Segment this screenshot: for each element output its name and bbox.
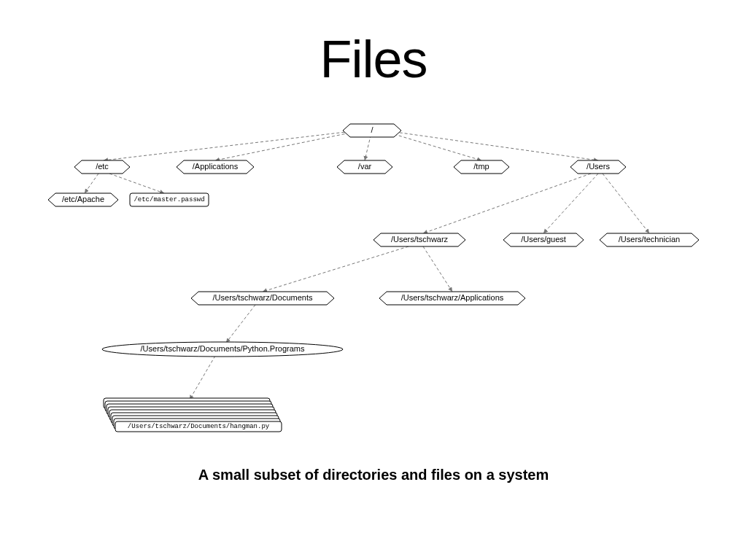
node-tmp: /tmp: [454, 160, 509, 174]
node-users-tschwarz-documents-pythonprograms: /Users/tschwarz/Documents/Python.Program…: [102, 342, 343, 357]
edge: [85, 174, 98, 193]
node-users-technician: /Users/technician: [600, 233, 699, 246]
edge: [226, 305, 255, 343]
edge: [215, 130, 365, 160]
node-var: /var: [337, 160, 392, 174]
file-stack: /Users/tschwarz/Documents/hangman.py: [104, 398, 282, 432]
node-etc-apache: /etc/Apache: [48, 193, 118, 206]
node-users-tschwarz-applications: /Users/tschwarz/Applications: [379, 292, 525, 305]
filesystem-tree-diagram: / /etc /Applications /var /tmp /Users /e…: [0, 0, 747, 560]
svg-text:/tmp: /tmp: [473, 162, 489, 171]
node-etc: /etc: [74, 160, 130, 174]
svg-text:/Users: /Users: [587, 162, 610, 171]
edge: [543, 174, 598, 233]
edge: [109, 174, 164, 193]
edge: [190, 356, 215, 400]
node-users-guest: /Users/guest: [503, 233, 584, 246]
edge: [423, 246, 452, 292]
svg-text:/var: /var: [358, 162, 372, 171]
svg-text:/etc/master.passwd: /etc/master.passwd: [133, 196, 204, 203]
node-users-tschwarz-documents: /Users/tschwarz/Documents: [191, 292, 334, 305]
svg-text:/etc: /etc: [96, 162, 109, 171]
svg-text:/etc/Apache: /etc/Apache: [62, 195, 104, 203]
svg-text:/Users/tschwarz/Documents/Pyth: /Users/tschwarz/Documents/Python.Program…: [141, 344, 305, 353]
svg-text:/Users/tschwarz/Documents/hang: /Users/tschwarz/Documents/hangman.py: [128, 423, 270, 430]
svg-text:/Users/tschwarz/Documents: /Users/tschwarz/Documents: [213, 293, 313, 302]
svg-text:/Users/guest: /Users/guest: [521, 235, 566, 244]
node-users-tschwarz: /Users/tschwarz: [374, 233, 465, 246]
edge: [263, 246, 409, 292]
svg-text:/Users/tschwarz: /Users/tschwarz: [391, 235, 449, 244]
edge: [603, 174, 649, 233]
node-etc-master-passwd: /etc/master.passwd: [130, 193, 209, 206]
node-users: /Users: [570, 160, 626, 174]
edge: [423, 174, 591, 233]
node-applications: /Applications: [177, 160, 254, 174]
svg-text:/Users/tschwarz/Applications: /Users/tschwarz/Applications: [401, 293, 504, 302]
edge: [104, 130, 365, 160]
node-root: /: [343, 124, 401, 137]
svg-text:/Applications: /Applications: [193, 162, 239, 171]
edge: [379, 130, 598, 160]
svg-text:/Users/technician: /Users/technician: [619, 235, 680, 244]
